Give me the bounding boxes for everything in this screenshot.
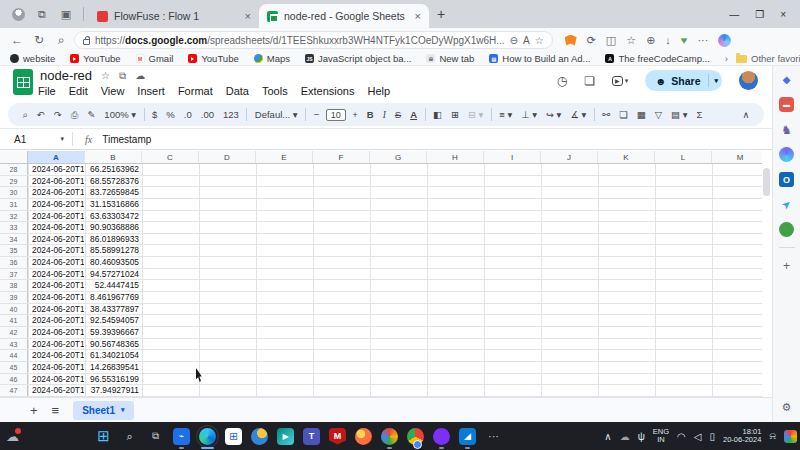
document-title[interactable]: node-red xyxy=(40,68,92,83)
meet-icon[interactable]: ▶ xyxy=(277,428,294,445)
row-number[interactable]: 42 xyxy=(0,327,28,338)
row-number[interactable]: 46 xyxy=(0,374,28,385)
vertical-scrollbar[interactable] xyxy=(763,164,770,397)
star-icon[interactable]: ☆ xyxy=(101,70,110,81)
menu-item[interactable]: Edit xyxy=(69,85,88,97)
all-sheets-icon[interactable]: ≡ xyxy=(52,403,60,418)
timestamp-cell[interactable]: 2024-06-20T12:2 xyxy=(29,280,84,291)
timestamp-cell[interactable]: 2024-06-20T12:2 xyxy=(29,304,84,315)
bookmark-item[interactable]: A The freeCodeCamp... xyxy=(605,53,709,64)
bookmark-item[interactable]: Maps xyxy=(254,53,290,64)
user-avatar[interactable] xyxy=(739,71,758,90)
battery-icon[interactable]: ▯ xyxy=(709,431,715,442)
column-header[interactable]: C xyxy=(142,151,199,163)
row-number[interactable]: 31 xyxy=(0,199,28,210)
tray-chevron-icon[interactable]: ∧ xyxy=(604,431,611,442)
read-aloud-icon[interactable]: A xyxy=(523,35,530,46)
redo-icon[interactable]: ↷ xyxy=(49,109,66,120)
scrollbar-thumb[interactable] xyxy=(763,168,770,196)
row-number[interactable]: 32 xyxy=(0,211,28,222)
strikethrough-icon[interactable]: S xyxy=(390,109,405,120)
bold-icon[interactable]: B xyxy=(362,109,378,120)
name-box[interactable]: A1 ▾ xyxy=(0,134,72,145)
onedrive-icon[interactable]: ☁ xyxy=(620,431,630,442)
sheets-logo-icon[interactable] xyxy=(13,69,33,95)
font-size-input[interactable]: 10 xyxy=(326,109,346,121)
close-tab-icon[interactable]: × xyxy=(245,10,251,22)
language-indicator[interactable]: ENG IN xyxy=(653,428,669,444)
row-number[interactable]: 38 xyxy=(0,280,28,291)
show-desktop-widget-icon[interactable] xyxy=(784,430,797,443)
value-cell[interactable]: 66.25163962 xyxy=(85,164,139,175)
insert-chart-icon[interactable]: ▦ xyxy=(632,109,650,120)
increase-font-size-icon[interactable]: + xyxy=(348,109,363,120)
value-cell[interactable]: 68.55728376 xyxy=(85,176,139,187)
microsoft-store-icon[interactable]: ⊞ xyxy=(225,428,242,445)
menu-item[interactable]: Extensions xyxy=(301,85,355,97)
notifications-bell-icon[interactable]: ⍾ xyxy=(769,430,776,442)
volume-icon[interactable]: ◁ xyxy=(694,431,702,442)
vertical-align-icon[interactable]: ⊥ ▾ xyxy=(517,109,542,120)
sync-icon[interactable]: ⟳ xyxy=(587,34,596,47)
copilot-icon[interactable] xyxy=(718,34,731,47)
column-header[interactable]: J xyxy=(541,151,598,163)
microphone-icon[interactable]: ψ xyxy=(638,431,645,442)
menu-item[interactable]: Tools xyxy=(262,85,288,97)
column-header[interactable]: M xyxy=(712,151,762,163)
column-header[interactable]: I xyxy=(484,151,541,163)
row-number[interactable]: 33 xyxy=(0,222,28,233)
text-rotate-icon[interactable]: ∡ ▾ xyxy=(566,109,591,120)
chess-extension-icon[interactable]: ♞ xyxy=(779,122,794,137)
clock-widget[interactable]: 18:01 20-06-2024 xyxy=(723,428,761,444)
add-sheet-icon[interactable]: + xyxy=(30,403,38,418)
close-tab-icon[interactable]: × xyxy=(415,10,421,22)
tab-flowfuse[interactable]: FlowFuse : Flow 1 × xyxy=(89,4,259,28)
zoom-select[interactable]: 100% ▾ xyxy=(100,109,141,120)
bookmark-item[interactable]: YouTube xyxy=(70,53,120,64)
sidebar-settings-icon[interactable]: ⚙ xyxy=(782,401,792,414)
reload-icon[interactable]: ↻ xyxy=(30,33,48,47)
value-cell[interactable]: 31.15316866 xyxy=(85,199,139,210)
vscode-icon[interactable]: ◢ xyxy=(459,428,476,445)
timestamp-cell[interactable]: 2024-06-20T12:2 xyxy=(29,327,84,338)
bookmark-item[interactable]: YouTube xyxy=(188,53,238,64)
purple-app-icon[interactable] xyxy=(433,428,450,445)
microsoft-365-icon[interactable] xyxy=(381,428,398,445)
filter-icon[interactable]: ▽ xyxy=(650,109,666,120)
timestamp-cell[interactable]: 2024-06-20T12:2 xyxy=(29,176,84,187)
borders-icon[interactable]: ⊞ xyxy=(447,109,464,120)
timestamp-cell[interactable]: 2024-06-20T12:2 xyxy=(29,292,84,303)
column-header[interactable]: L xyxy=(655,151,712,163)
value-cell[interactable]: 92.54594057 xyxy=(85,315,139,326)
row-number[interactable]: 40 xyxy=(0,304,28,315)
collapse-toolbar-icon[interactable]: ∧ xyxy=(738,109,754,120)
functions-icon[interactable]: Σ xyxy=(692,109,707,120)
collections-icon[interactable]: ⊕ xyxy=(646,34,655,47)
timestamp-cell[interactable]: 2024-06-20T12:2 xyxy=(29,350,84,361)
table-views-icon[interactable]: ▤ ▾ xyxy=(667,109,692,120)
outlook-icon[interactable]: O xyxy=(779,172,794,187)
value-cell[interactable]: 63.63303472 xyxy=(85,211,139,222)
row-number[interactable]: 34 xyxy=(0,234,28,245)
metamask-icon[interactable] xyxy=(565,35,577,46)
diamond-extension-icon[interactable]: ◆ xyxy=(779,72,794,87)
value-cell[interactable]: 90.56748365 xyxy=(85,339,139,350)
value-cell[interactable]: 37.94927911 xyxy=(85,385,139,396)
insert-comment-icon[interactable]: ❏ xyxy=(615,109,633,120)
mcafee-icon[interactable]: M xyxy=(329,428,346,445)
move-to-folder-icon[interactable]: ⧉ xyxy=(119,70,126,82)
row-number[interactable]: 39 xyxy=(0,292,28,303)
value-cell[interactable]: 90.90368886 xyxy=(85,222,139,233)
sheet-tab-caret-icon[interactable]: ▾ xyxy=(121,406,125,414)
number-format-icon[interactable]: 123 xyxy=(218,109,243,120)
font-select[interactable]: Defaul... ▾ xyxy=(250,109,302,120)
downloads-icon[interactable]: ↓ xyxy=(665,34,671,46)
new-tab-icon[interactable]: + xyxy=(437,6,445,22)
column-header[interactable]: F xyxy=(313,151,370,163)
column-header[interactable]: B xyxy=(85,151,142,163)
edge-icon[interactable] xyxy=(199,428,216,445)
menu-item[interactable]: File xyxy=(38,85,56,97)
row-number[interactable]: 30 xyxy=(0,187,28,198)
horizontal-align-icon[interactable]: ≡ ▾ xyxy=(495,109,517,120)
merge-cells-icon[interactable]: ⊟ ▾ xyxy=(463,109,487,120)
